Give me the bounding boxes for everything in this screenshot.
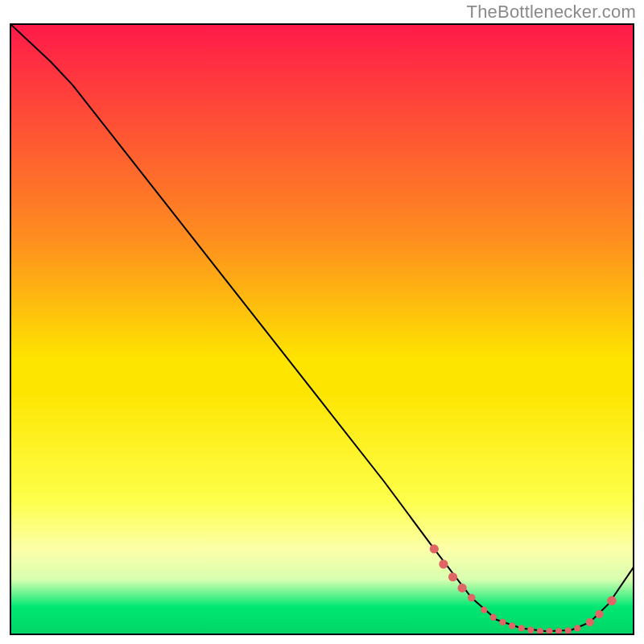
marker-dot xyxy=(458,584,467,592)
marker-dot xyxy=(595,610,603,618)
chart-container: TheBottlenecker.com xyxy=(0,0,644,644)
marker-dot xyxy=(607,597,617,606)
marker-dot xyxy=(430,544,439,553)
marker-dot xyxy=(565,627,572,634)
plot-area xyxy=(10,24,634,634)
marker-dot xyxy=(518,625,525,631)
gradient-background xyxy=(10,24,634,634)
bottleneck-chart xyxy=(0,0,644,644)
marker-dot xyxy=(481,607,487,613)
marker-dot xyxy=(586,618,594,626)
marker-dot xyxy=(527,627,534,634)
marker-dot xyxy=(468,594,476,602)
marker-dot xyxy=(439,559,448,568)
marker-dot xyxy=(448,572,457,581)
marker-dot xyxy=(499,619,506,625)
marker-dot xyxy=(574,625,580,631)
marker-dot xyxy=(490,614,497,621)
marker-dot xyxy=(509,622,515,629)
